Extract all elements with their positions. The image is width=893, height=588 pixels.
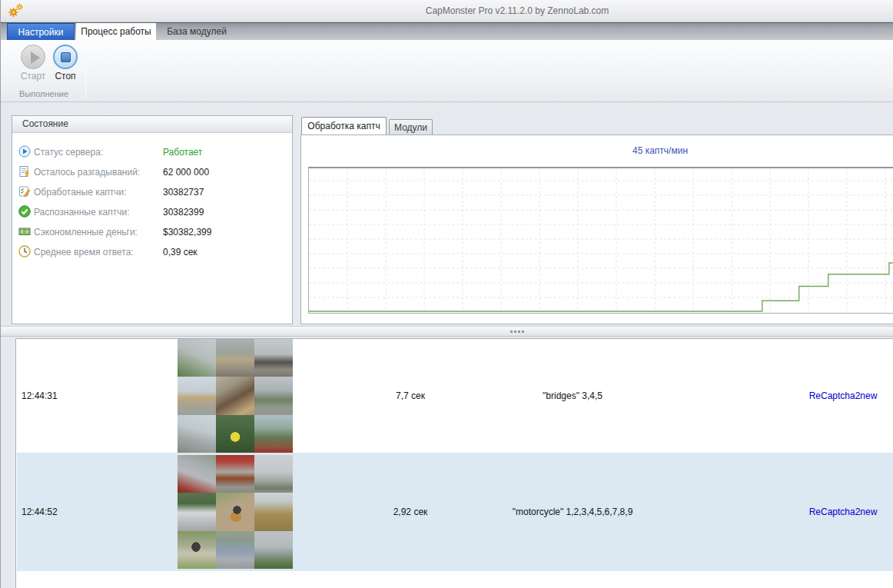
tab-module-base[interactable]: База модулей (158, 23, 235, 41)
captcha-image-grid (178, 339, 293, 453)
status-row-recognized: Распознанные каптчи: 30382399 (18, 205, 287, 219)
money-saved-value: $30382,399 (163, 227, 211, 238)
recognized-value: 30382399 (163, 207, 204, 218)
results-table: 12:44:31 7,7 сек "bridges" 3,4,5 ReCaptc… (15, 338, 893, 588)
clock-icon (18, 245, 31, 257)
stop-button[interactable] (53, 45, 78, 69)
result-time: 12:44:52 (22, 507, 58, 517)
status-label: Распознанные каптчи: (34, 207, 129, 218)
status-label: Статус сервера: (34, 147, 103, 158)
play-icon (31, 51, 40, 64)
tab-settings[interactable]: Настройки (7, 23, 75, 41)
ribbon: Старт Стоп Выполнение (1, 40, 893, 102)
status-row-avg-time: Среднее время ответа: 0,39 сек (18, 245, 287, 259)
result-solve-time: 7,7 сек (396, 390, 425, 401)
remaining-value: 62 000 000 (163, 167, 209, 178)
result-captcha-type: ReCaptcha2new (809, 390, 878, 401)
chart-title: 45 каптч/мин (632, 145, 688, 156)
server-status-value: Работает (163, 147, 202, 158)
tab-captcha-processing[interactable]: Обработка каптч (301, 117, 387, 135)
status-row-server: Статус сервера: Работает (18, 145, 287, 159)
table-row[interactable]: 12:44:52 2,92 сек "motorcycle" 1,2,3,4,5… (17, 453, 893, 571)
status-label: Среднее время ответа: (34, 247, 134, 257)
ribbon-group-label: Выполнение (4, 89, 84, 98)
ribbon-group-separator (85, 43, 86, 98)
stop-button-label[interactable]: Стоп (48, 71, 82, 81)
avg-time-value: 0,39 сек (163, 247, 198, 257)
throughput-chart (308, 167, 893, 314)
splitter-grip-icon (510, 331, 524, 333)
processed-value: 30382737 (163, 187, 204, 198)
result-answer: "bridges" 3,4,5 (543, 390, 603, 401)
captcha-processing-panel: 45 каптч/мин (300, 135, 893, 324)
check-circle-icon (18, 205, 31, 218)
table-row[interactable]: 12:44:31 7,7 сек "bridges" 3,4,5 ReCaptc… (17, 339, 893, 453)
status-row-remaining: Осталось разгадываний: 62 000 000 (18, 165, 287, 179)
app-window: CapMonster Pro v2.11.2.0 by ZennoLab.com… (0, 0, 893, 588)
status-row-processed: Обработаные каптчи: 30382737 (18, 185, 287, 199)
status-label: Осталось разгадываний: (34, 167, 140, 178)
status-row-money: Сэкономленные деньги: $30382,399 (18, 225, 287, 239)
doc-pencil-icon (18, 185, 31, 198)
chart-canvas (309, 168, 893, 312)
status-panel-title: Состояние (12, 116, 292, 133)
app-gears-icon (8, 3, 25, 18)
banknote-icon (18, 225, 31, 238)
result-solve-time: 2,92 сек (393, 507, 428, 517)
panel-splitter[interactable] (1, 326, 893, 337)
main-tab-strip: Настройки Процесс работы База модулей (1, 22, 893, 40)
stop-square-icon (61, 52, 71, 62)
captcha-image-grid (178, 455, 293, 569)
result-captcha-type: ReCaptcha2new (809, 507, 878, 517)
window-title: CapMonster Pro v2.11.2.0 by ZennoLab.com (426, 5, 609, 16)
table-row[interactable] (17, 571, 893, 588)
status-label: Сэкономленные деньги: (34, 227, 138, 238)
start-button[interactable] (21, 45, 45, 69)
play-circle-icon (18, 145, 31, 158)
status-panel: Состояние Статус сервера: Работает Остал… (12, 115, 293, 324)
tab-work-process[interactable]: Процесс работы (76, 23, 156, 41)
title-bar: CapMonster Pro v2.11.2.0 by ZennoLab.com (1, 0, 893, 22)
doc-lightning-icon (18, 165, 31, 178)
tab-modules[interactable]: Модули (389, 119, 433, 135)
result-answer: "motorcycle" 1,2,3,4,5,6,7,8,9 (513, 507, 633, 517)
result-time: 12:44:31 (22, 390, 58, 401)
status-label: Обработаные каптчи: (34, 187, 127, 198)
